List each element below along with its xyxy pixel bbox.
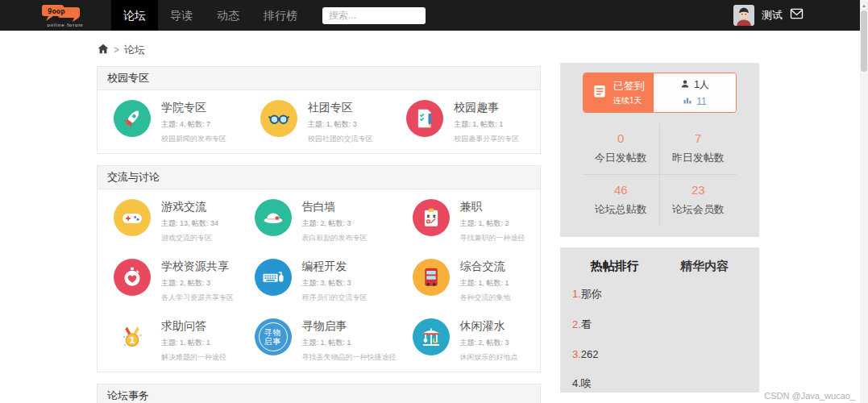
stat-cell: 23 论坛会员数 — [660, 175, 737, 226]
forum-title[interactable]: 兼职 — [460, 200, 525, 214]
forum-title[interactable]: 告白墙 — [302, 200, 368, 214]
signin-widget: 已签到 连续1天 1人 11 — [583, 73, 737, 113]
forum-item[interactable]: 学校资源共享 主题: 2, 帖数: 3 各人学习资源共享专区 — [101, 251, 242, 310]
item-rank: 4. — [572, 377, 581, 389]
signin-label: 已签到 — [613, 79, 645, 93]
panel-tab[interactable]: 精华内容 — [660, 259, 750, 274]
forum-title[interactable]: 寻物启事 — [302, 319, 397, 334]
user-count-icon — [680, 79, 690, 91]
bar-chart-icon — [683, 95, 692, 107]
forum-item[interactable]: 校园趣事 主题: 1, 帖数: 1 校园趣事分享的专区 — [393, 92, 540, 152]
home-icon[interactable] — [98, 44, 109, 56]
forum-desc: 程序员们的交流专区 — [302, 293, 368, 303]
forum-desc: 寻找丢失物品的一种快捷途径 — [302, 352, 397, 363]
scroll-up-arrow[interactable]: ▲ — [860, 0, 868, 10]
mail-icon[interactable] — [790, 8, 804, 23]
calendar-icon — [592, 83, 608, 102]
avatar[interactable] — [733, 5, 754, 26]
list-item[interactable]: 3.262 — [572, 348, 750, 360]
panel-tab[interactable]: 热帖排行 — [570, 259, 660, 274]
forum-desc: 校园趣事分享的专区 — [454, 134, 519, 144]
item-text: 看 — [581, 318, 592, 330]
list-item[interactable]: 4.唉 — [572, 376, 750, 391]
forum-item[interactable]: 游戏交流 主题: 13, 帖数: 34 游戏交流的专区 — [101, 191, 242, 251]
signin-count: 11 — [696, 96, 706, 107]
forum-title[interactable]: 编程开发 — [302, 260, 368, 274]
list-item[interactable]: 1.那你 — [572, 287, 750, 301]
item-text: 唉 — [581, 377, 592, 389]
section-body: 学院专区 主题: 4, 帖数: 7 校园新闻的发布专区 社团专区 主题: 1, … — [98, 90, 540, 153]
hot-posts-panel: 热帖排行精华内容 1.那你 2.看 3.262 4.唉 — [560, 247, 759, 393]
forum-section: 交流与讨论 游戏交流 主题: 13, 帖数: 34 游戏交流的专区 告白墙 主题… — [97, 165, 541, 372]
section-title: 校园专区 — [98, 67, 540, 90]
signin-button[interactable]: 已签到 连续1天 — [584, 73, 654, 112]
username[interactable]: 测试 — [762, 8, 783, 23]
site-logo[interactable]: 9oop online forum — [37, 4, 93, 27]
forum-list: 校园专区 学院专区 主题: 4, 帖数: 7 校园新闻的发布专区 社团专区 主题… — [97, 66, 541, 403]
logo-icon: 9oop — [40, 4, 90, 22]
stat-cell: 0 今日发帖数 — [583, 123, 660, 175]
forum-title[interactable]: 综合交流 — [460, 260, 511, 274]
forum-title[interactable]: 学院专区 — [161, 101, 226, 115]
top-navbar: 9oop online forum 论坛导读动态排行榜 测试 — [0, 0, 860, 31]
forum-desc: 各种交流的集地 — [460, 293, 511, 303]
forum-desc: 寻找兼职的一种途径 — [460, 233, 525, 243]
scroll-thumb[interactable] — [861, 10, 867, 72]
item-rank: 2. — [572, 318, 581, 330]
section-body: 游戏交流 主题: 13, 帖数: 34 游戏交流的专区 告白墙 主题: 2, 帖… — [98, 189, 540, 372]
medal-icon: 1 — [114, 318, 151, 355]
forum-stats: 主题: 3, 帖数: 3 — [302, 278, 368, 289]
forum-title[interactable]: 休闲灌水 — [460, 319, 518, 334]
forum-title[interactable]: 游戏交流 — [161, 200, 218, 214]
signin-panel: 已签到 连续1天 1人 11 0 — [560, 63, 759, 237]
forum-item[interactable]: 兼职 主题: 1, 帖数: 2 寻找兼职的一种途径 — [400, 191, 541, 251]
stat-value: 7 — [660, 131, 737, 145]
item-text: 262 — [581, 348, 599, 360]
section-title: 论坛事务 — [98, 384, 540, 403]
forum-item[interactable]: 编程开发 主题: 3, 帖数: 3 程序员们的交流专区 — [242, 251, 400, 310]
forum-title[interactable]: 校园趣事 — [454, 101, 519, 115]
user-area: 测试 — [733, 5, 860, 26]
stat-value: 23 — [660, 183, 737, 197]
forum-title[interactable]: 社团专区 — [308, 101, 373, 115]
stat-cell: 46 论坛总贴数 — [583, 175, 660, 226]
forum-stats: 主题: 1, 帖数: 1 — [302, 338, 397, 348]
scrollbar[interactable]: ▲ — [860, 0, 868, 403]
hot-panel-tabs: 热帖排行精华内容 — [570, 259, 750, 274]
forum-item[interactable]: 告白墙 主题: 2, 帖数: 3 表白鼓励的发布专区 — [242, 191, 400, 251]
forum-item[interactable]: 寻物启事 寻物启事 主题: 1, 帖数: 1 寻找丢失物品的一种快捷途径 — [242, 310, 400, 370]
nav-item[interactable]: 排行榜 — [251, 0, 309, 31]
stat-value: 46 — [583, 183, 659, 197]
stat-value: 0 — [583, 131, 659, 145]
forum-title[interactable]: 求助问答 — [161, 319, 226, 334]
nav-item[interactable]: 导读 — [158, 0, 205, 31]
list-item[interactable]: 2.看 — [572, 318, 750, 332]
item-rank: 3. — [572, 348, 581, 360]
stat-label: 论坛会员数 — [660, 202, 737, 217]
forum-stats: 主题: 13, 帖数: 34 — [161, 218, 218, 229]
svg-text:1: 1 — [129, 335, 135, 346]
forum-item[interactable]: 社团专区 主题: 1, 帖数: 3 校园社团的交流专区 — [247, 92, 394, 152]
forum-desc: 解决难题的一种途径 — [161, 352, 226, 363]
bus-icon — [413, 259, 450, 296]
nav-item[interactable]: 论坛 — [111, 0, 158, 31]
forum-item[interactable]: 1 求助问答 主题: 1, 帖数: 1 解决难题的一种途径 — [101, 310, 242, 370]
forum-item[interactable]: 休闲灌水 主题: 2, 帖数: 3 休闲娱乐的好地点 — [400, 310, 541, 370]
search-input[interactable] — [322, 7, 426, 24]
signin-sublabel: 连续1天 — [613, 95, 645, 106]
hat-icon — [255, 199, 292, 236]
stat-cell: 7 昨日发帖数 — [660, 123, 737, 175]
forum-item[interactable]: 综合交流 主题: 1, 帖数: 1 各种交流的集地 — [400, 251, 541, 310]
stopwatch-icon — [114, 259, 151, 296]
forum-stats: 主题: 1, 帖数: 2 — [460, 218, 525, 229]
nav-item[interactable]: 动态 — [205, 0, 251, 31]
forum-desc: 各人学习资源共享专区 — [161, 293, 234, 303]
gamepad-icon — [114, 199, 151, 236]
glasses-icon — [260, 100, 297, 137]
forum-title[interactable]: 学校资源共享 — [161, 260, 234, 274]
checklist-icon — [406, 100, 443, 137]
breadcrumb-current[interactable]: 论坛 — [124, 43, 145, 57]
forum-item[interactable]: 学院专区 主题: 4, 帖数: 7 校园新闻的发布专区 — [101, 92, 247, 152]
keyboard-icon — [255, 259, 292, 296]
forum-desc: 休闲娱乐的好地点 — [460, 352, 518, 363]
